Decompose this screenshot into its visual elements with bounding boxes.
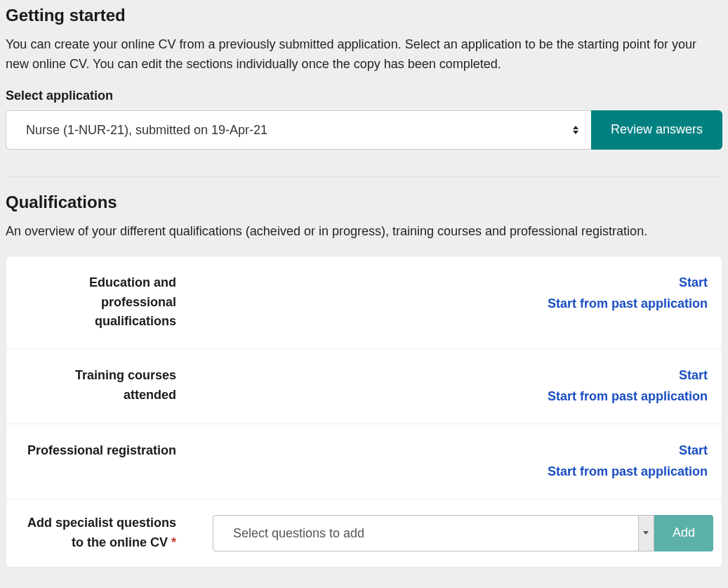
getting-started-intro: You can create your online CV from a pre… (6, 35, 722, 74)
specialist-questions-select[interactable]: Select questions to add (213, 515, 639, 551)
application-select-wrapper: Nurse (1-NUR-21), submitted on 19-Apr-21 (6, 110, 591, 150)
add-specialist-label: Add specialist questions to the online C… (20, 514, 182, 553)
start-from-past-link[interactable]: Start from past application (548, 387, 708, 407)
row-label: Professional registration (20, 441, 182, 461)
add-button[interactable]: Add (654, 515, 713, 551)
qualification-row-registration: Professional registration Start Start fr… (6, 424, 722, 499)
start-from-past-link[interactable]: Start from past application (548, 294, 708, 314)
qualifications-intro: An overview of your different qualificat… (6, 222, 722, 242)
qualifications-card: Education and professional qualification… (6, 256, 722, 568)
section-divider (6, 176, 722, 177)
add-specialist-label-text: Add specialist questions to the online C… (27, 516, 176, 549)
start-link[interactable]: Start (679, 273, 708, 293)
start-link[interactable]: Start (679, 366, 708, 386)
row-label: Training courses attended (20, 366, 182, 405)
start-from-past-link[interactable]: Start from past application (548, 462, 708, 482)
add-specialist-input-group: Select questions to add Add (213, 515, 713, 551)
qualification-row-education: Education and professional qualification… (6, 256, 722, 350)
row-label: Education and professional qualification… (20, 273, 182, 332)
qualifications-heading: Qualifications (6, 192, 722, 212)
review-answers-button[interactable]: Review answers (591, 110, 722, 150)
application-select[interactable]: Nurse (1-NUR-21), submitted on 19-Apr-21 (6, 110, 591, 150)
select-application-label: Select application (6, 89, 722, 103)
getting-started-heading: Getting started (6, 6, 722, 25)
qualification-row-training: Training courses attended Start Start fr… (6, 349, 722, 424)
chevron-down-icon (643, 531, 649, 535)
start-link[interactable]: Start (679, 441, 708, 461)
specialist-select-caret[interactable] (639, 515, 654, 551)
required-marker: * (171, 535, 176, 549)
add-specialist-row: Add specialist questions to the online C… (6, 499, 722, 567)
